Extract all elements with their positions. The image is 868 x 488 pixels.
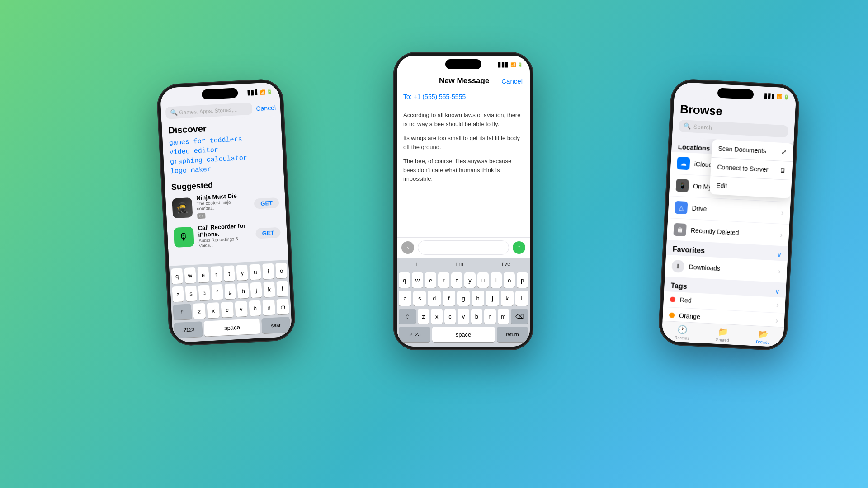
ckey-t[interactable]: t bbox=[451, 272, 462, 288]
key-q[interactable]: q bbox=[171, 268, 183, 284]
key-d[interactable]: d bbox=[198, 285, 210, 300]
files-search-bar[interactable]: 🔍 Search bbox=[679, 120, 788, 138]
battery-icon-right: 🔋 bbox=[783, 94, 789, 99]
downloads-icon: ⬇ bbox=[671, 260, 684, 273]
favorites-collapse-icon[interactable]: ∨ bbox=[777, 251, 782, 259]
drive-label: Drive bbox=[692, 205, 777, 216]
ckey-l[interactable]: l bbox=[515, 291, 528, 306]
favorites-title: Favorites bbox=[672, 245, 705, 255]
search-icon-files: 🔍 bbox=[684, 122, 691, 130]
message-input[interactable] bbox=[418, 240, 509, 255]
iphone-icon: 📱 bbox=[676, 179, 689, 192]
message-cancel-button[interactable]: Cancel bbox=[501, 77, 523, 85]
ckey-h[interactable]: h bbox=[472, 291, 484, 306]
icloud-icon: ☁ bbox=[677, 157, 690, 170]
ckey-r[interactable]: r bbox=[438, 272, 449, 288]
key-z[interactable]: z bbox=[193, 303, 206, 319]
downloads-label: Downloads bbox=[689, 263, 774, 275]
signal-icon: ▋▋▋ bbox=[248, 89, 259, 95]
space-key[interactable]: space bbox=[204, 318, 261, 336]
battery-icon-center: 🔋 bbox=[517, 62, 523, 67]
search-icon: 🔍 bbox=[170, 109, 178, 116]
scan-documents-icon: ⤢ bbox=[781, 148, 787, 156]
red-dot bbox=[670, 296, 676, 302]
edit-label: Edit bbox=[716, 182, 727, 189]
key-f[interactable]: f bbox=[211, 284, 223, 300]
ckey-c[interactable]: c bbox=[444, 309, 456, 324]
ckey-s[interactable]: s bbox=[413, 291, 426, 306]
wifi-icon-right: 📶 bbox=[777, 94, 783, 99]
search-input[interactable]: 🔍 Games, Apps, Stories,... bbox=[165, 103, 253, 119]
to-field[interactable]: To: +1 (555) 555-5555 bbox=[397, 89, 530, 104]
ckey-x[interactable]: x bbox=[431, 309, 442, 324]
message-input-row: › ↑ bbox=[397, 237, 530, 258]
tab-browse[interactable]: 📂 Browse bbox=[742, 328, 783, 346]
numeric-key[interactable]: .?123 bbox=[174, 321, 203, 338]
shared-label: Shared bbox=[716, 338, 729, 343]
message-paragraph-2: Its wings are too small to get its fat l… bbox=[403, 134, 524, 151]
ckey-j[interactable]: j bbox=[486, 291, 499, 306]
ckey-e[interactable]: e bbox=[425, 272, 436, 288]
wifi-icon-center: 📶 bbox=[510, 62, 516, 67]
ckey-a[interactable]: a bbox=[399, 291, 411, 306]
cspace-key[interactable]: space bbox=[432, 327, 495, 342]
ckey-z[interactable]: z bbox=[418, 309, 429, 324]
ckey-n[interactable]: n bbox=[484, 309, 495, 324]
ckey-p[interactable]: p bbox=[517, 272, 528, 288]
tags-collapse-icon[interactable]: ∨ bbox=[775, 288, 780, 296]
app-desc-ninja: The coolest ninja combat... bbox=[197, 198, 250, 211]
ckey-f[interactable]: f bbox=[443, 291, 455, 306]
suggest-i[interactable]: i bbox=[416, 260, 418, 267]
message-title: New Message bbox=[439, 76, 490, 85]
key-t[interactable]: t bbox=[223, 265, 236, 281]
cshift-key[interactable]: ⇧ bbox=[399, 309, 416, 324]
search-placeholder: Games, Apps, Stories,... bbox=[179, 106, 238, 116]
key-y[interactable]: y bbox=[236, 265, 249, 281]
ckey-y[interactable]: y bbox=[464, 272, 476, 288]
key-w[interactable]: w bbox=[184, 267, 196, 283]
ckey-k[interactable]: k bbox=[501, 291, 514, 306]
ckey-o[interactable]: o bbox=[504, 272, 515, 288]
tab-recents[interactable]: 🕐 Recents bbox=[661, 324, 703, 342]
suggest-ive[interactable]: i've bbox=[502, 260, 510, 267]
tag-red-label: Red bbox=[680, 296, 772, 309]
browse-title: Browse bbox=[679, 102, 789, 122]
suggest-im[interactable]: i'm bbox=[456, 260, 463, 267]
ckey-q[interactable]: q bbox=[399, 272, 410, 288]
send-button[interactable]: ↑ bbox=[513, 241, 525, 254]
key-x[interactable]: x bbox=[207, 302, 220, 318]
to-label: To: bbox=[403, 93, 412, 100]
scan-documents-label: Scan Documents bbox=[718, 145, 766, 155]
ckey-d[interactable]: d bbox=[428, 291, 440, 306]
deleted-label: Recently Deleted bbox=[691, 227, 776, 239]
return-key[interactable]: return bbox=[497, 327, 528, 342]
to-value: +1 (555) 555-5555 bbox=[414, 93, 466, 100]
key-h[interactable]: h bbox=[237, 283, 250, 299]
message-paragraph-3: The bee, of course, flies anyway because… bbox=[403, 157, 524, 183]
shift-key[interactable]: ⇧ bbox=[173, 304, 192, 320]
key-c[interactable]: c bbox=[221, 301, 234, 317]
ckey-m[interactable]: m bbox=[498, 309, 509, 324]
key-r[interactable]: r bbox=[210, 266, 222, 282]
key-g[interactable]: g bbox=[224, 283, 236, 299]
key-s[interactable]: s bbox=[185, 286, 197, 301]
ckey-b[interactable]: b bbox=[471, 309, 482, 324]
recents-icon: 🕐 bbox=[677, 324, 688, 335]
tab-shared[interactable]: 📁 Shared bbox=[702, 326, 743, 343]
ckey-v[interactable]: v bbox=[458, 309, 469, 324]
ckey-w[interactable]: w bbox=[412, 272, 423, 288]
ckey-i[interactable]: i bbox=[491, 272, 502, 288]
key-e[interactable]: e bbox=[197, 267, 209, 282]
key-a[interactable]: a bbox=[172, 286, 184, 302]
signal-icon-right: ▋▋▋ bbox=[764, 93, 776, 99]
ckey-g[interactable]: g bbox=[457, 291, 470, 306]
cdelete-key[interactable]: ⌫ bbox=[511, 309, 528, 324]
cnumeric-key[interactable]: .?123 bbox=[399, 327, 430, 342]
drive-icon: △ bbox=[675, 201, 688, 214]
key-v[interactable]: v bbox=[235, 301, 248, 317]
ckey-u[interactable]: u bbox=[477, 272, 489, 288]
message-paragraph-1: According to all known laws of aviation,… bbox=[403, 111, 524, 128]
deleted-icon: 🗑 bbox=[673, 223, 686, 236]
expand-button[interactable]: › bbox=[401, 241, 414, 254]
shared-icon: 📁 bbox=[717, 327, 728, 337]
